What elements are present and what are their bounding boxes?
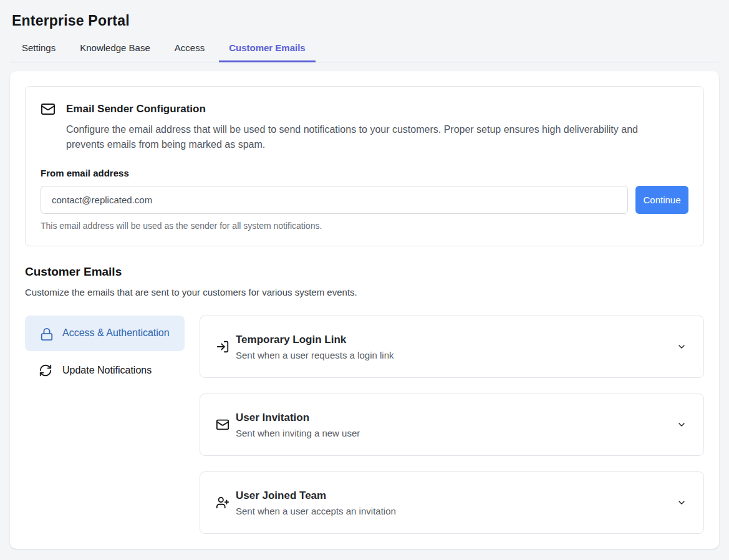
email-card-subtitle: Sent when a user requests a login link <box>236 350 677 360</box>
tab-customer-emails[interactable]: Customer Emails <box>219 42 316 62</box>
tab-bar: Settings Knowledge Base Access Customer … <box>10 42 719 62</box>
email-card-user-invitation[interactable]: User Invitation Sent when inviting a new… <box>200 393 704 456</box>
mail-icon <box>216 418 229 432</box>
sidebar-item-label: Update Notifications <box>62 365 152 376</box>
email-template-list: Temporary Login Link Sent when a user re… <box>200 316 704 534</box>
tab-access[interactable]: Access <box>165 42 215 62</box>
mail-icon <box>41 102 56 117</box>
page-title: Enterprise Portal <box>12 11 729 30</box>
card-title: Email Sender Configuration <box>66 103 206 115</box>
tab-knowledge-base[interactable]: Knowledge Base <box>70 42 160 62</box>
sidebar-item-update-notifications[interactable]: Update Notifications <box>25 351 185 390</box>
email-card-title: User Joined Team <box>236 490 677 502</box>
chevron-down-icon[interactable] <box>677 342 687 352</box>
from-email-helper-text: This email address will be used as the s… <box>41 221 688 231</box>
email-card-subtitle: Sent when inviting a new user <box>236 428 677 438</box>
email-category-sidebar: Access & Authentication Update Notificat… <box>25 316 185 534</box>
page-header: Enterprise Portal <box>0 0 729 30</box>
email-card-subtitle: Sent when a user accepts an invitation <box>236 506 677 516</box>
chevron-down-icon[interactable] <box>677 420 687 430</box>
tab-settings[interactable]: Settings <box>12 42 65 62</box>
sidebar-item-label: Access & Authentication <box>62 326 170 341</box>
card-description: Configure the email address that will be… <box>66 122 674 152</box>
customer-emails-heading: Customer Emails <box>25 265 704 279</box>
sidebar-item-access-authentication[interactable]: Access & Authentication <box>25 316 185 351</box>
from-email-input[interactable] <box>41 186 628 214</box>
email-card-temporary-login-link[interactable]: Temporary Login Link Sent when a user re… <box>200 316 704 378</box>
lock-icon <box>40 327 54 341</box>
from-email-label: From email address <box>41 168 688 178</box>
email-card-title: Temporary Login Link <box>236 334 677 346</box>
refresh-icon <box>39 364 52 377</box>
main-panel: Email Sender Configuration Configure the… <box>10 71 719 549</box>
chevron-down-icon[interactable] <box>677 498 687 508</box>
email-sender-config-card: Email Sender Configuration Configure the… <box>25 86 704 246</box>
customer-emails-subtitle: Customize the emails that are sent to yo… <box>25 287 704 297</box>
email-card-title: User Invitation <box>236 412 677 424</box>
continue-button[interactable]: Continue <box>635 186 688 214</box>
login-icon <box>216 340 229 354</box>
email-card-user-joined-team[interactable]: User Joined Team Sent when a user accept… <box>200 471 704 534</box>
user-plus-icon <box>216 496 229 509</box>
